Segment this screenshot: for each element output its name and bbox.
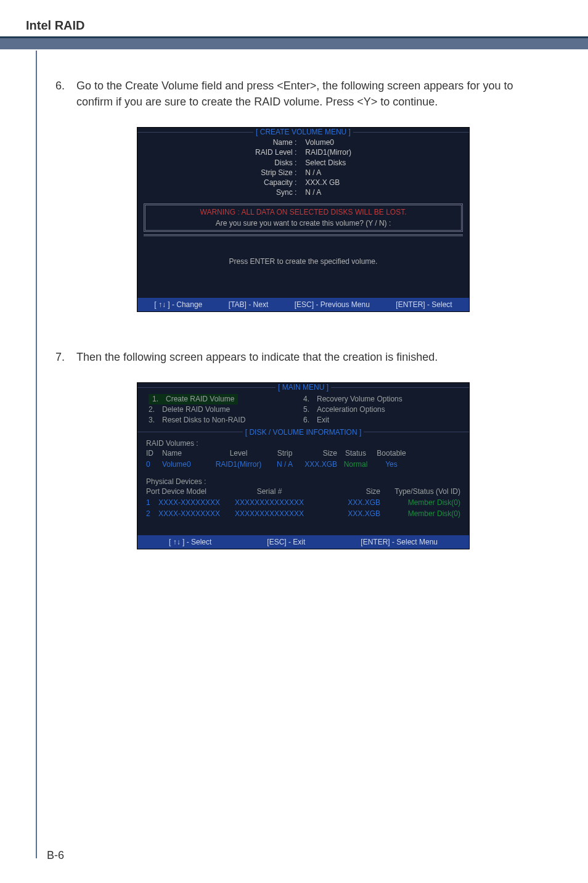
label-sync: Sync :	[255, 187, 296, 197]
phdr-size: Size	[337, 486, 380, 497]
menu-item-4-num: 4.	[303, 394, 317, 405]
phys-row-1: 1 XXXX-XXXXXXXX XXXXXXXXXXXXXX XXX.XGB M…	[146, 497, 460, 508]
hdr-boot: Bootable	[374, 448, 409, 459]
hdr-strip: Strip	[271, 448, 299, 459]
p2-type: Member Disk(0)	[380, 508, 460, 519]
bios2-menu: 1. Create RAID Volume 2. Delete RAID Vol…	[137, 392, 469, 427]
bios2-disk-title: [ DISK / VOLUME INFORMATION ]	[243, 428, 364, 437]
vol0-status: Normal	[337, 459, 374, 470]
value-sync: N / A	[305, 187, 351, 197]
menu-item-6: 6. Exit	[303, 415, 458, 425]
value-name: Volume0	[305, 138, 351, 147]
physical-devices-section: Physical Devices : Port Device Model Ser…	[137, 475, 469, 535]
phdr-serial: Serial #	[226, 486, 312, 497]
label-disks: Disks :	[255, 158, 296, 168]
vol0-level: RAID1(Mirror)	[206, 459, 271, 470]
hdr-level: Level	[206, 448, 271, 459]
p2-n: 2	[146, 509, 150, 518]
menu-item-5-num: 5.	[303, 405, 317, 415]
phys-headers: Port Device Model Serial # Size Type/Sta…	[146, 486, 460, 497]
bios1-values: Volume0 RAID1(Mirror) Select Disks N / A…	[305, 138, 351, 197]
bios1-warning-frame: WARNING : ALL DATA ON SELECTED DISKS WIL…	[144, 203, 463, 232]
vol-row-0: 0 Volume0 RAID1(Mirror) N / A XXX.XGB No…	[146, 459, 460, 470]
vol0-strip: N / A	[271, 459, 299, 470]
bios2-footer-esc: [ESC] - Exit	[267, 538, 305, 546]
vol0-boot: Yes	[374, 459, 409, 470]
bios2-disk-title-row: [ DISK / VOLUME INFORMATION ]	[137, 428, 469, 437]
vol-headers: ID Name Level Strip Size Status Bootable	[146, 448, 460, 459]
vol0-id: 0	[146, 459, 162, 470]
menu-item-1-num: 1.	[152, 394, 166, 405]
bios2-footer: [ ↑↓ ] - Select [ESC] - Exit [ENTER] - S…	[137, 535, 469, 549]
step-6-text: Go to the Create Volume field and press …	[76, 78, 551, 110]
menu-item-6-label: Exit	[317, 415, 329, 425]
hdr-name: Name	[162, 448, 206, 459]
value-raid-level: RAID1(Mirror)	[305, 147, 351, 157]
menu-item-3: 3. Reset Disks to Non-RAID	[149, 415, 303, 425]
bios-main-menu: [ MAIN MENU ] 1. Create RAID Volume 2. D…	[137, 382, 470, 549]
bios1-title-row: [ CREATE VOLUME MENU ]	[137, 128, 469, 136]
vol0-size: XXX.XGB	[299, 459, 337, 470]
label-raid-level: RAID Level :	[255, 147, 296, 157]
page-number: B-6	[47, 849, 64, 862]
menu-item-5-label: Acceleration Options	[317, 405, 385, 415]
bios2-title-row: [ MAIN MENU ]	[137, 383, 469, 392]
menu-item-2: 2. Delete RAID Volume	[149, 405, 303, 415]
menu-item-4: 4. Recovery Volume Options	[303, 394, 458, 405]
bios2-menu-right: 4. Recovery Volume Options 5. Accelerati…	[303, 394, 458, 425]
step-6-num: 6.	[55, 78, 76, 110]
hdr-status: Status	[337, 448, 374, 459]
label-strip: Strip Size :	[255, 168, 296, 178]
phdr-port: Port Device Model	[146, 486, 226, 497]
bios1-title: [ CREATE VOLUME MENU ]	[253, 128, 353, 136]
value-strip: N / A	[305, 168, 351, 178]
value-disks: Select Disks	[305, 158, 351, 168]
p1-n: 1	[146, 498, 150, 507]
p2-size: XXX.XGB	[337, 508, 380, 519]
bios1-warning: WARNING : ALL DATA ON SELECTED DISKS WIL…	[150, 208, 456, 216]
raid-volumes-label: RAID Volumes :	[146, 439, 460, 448]
phys-row-2: 2 XXXX-XXXXXXXX XXXXXXXXXXXXXX XXX.XGB M…	[146, 508, 460, 519]
p1-size: XXX.XGB	[337, 497, 380, 508]
bios1-confirm: Are you sure you want to create this vol…	[150, 219, 456, 228]
header-band	[0, 38, 588, 49]
bios1-footer-change: [ ↑↓ ] - Change	[154, 300, 202, 309]
bios-create-volume: [ CREATE VOLUME MENU ] Name : RAID Level…	[137, 127, 470, 312]
bios2-footer-enter: [ENTER] - Select Menu	[361, 538, 438, 546]
bios1-fields: Name : RAID Level : Disks : Strip Size :…	[137, 136, 469, 201]
bios2-footer-select: [ ↑↓ ] - Select	[169, 538, 211, 546]
bios1-footer: [ ↑↓ ] - Change [TAB] - Next [ESC] - Pre…	[137, 298, 469, 311]
label-name: Name :	[255, 138, 296, 147]
menu-item-3-num: 3.	[149, 415, 162, 425]
step-7: 7. Then the following screen appears to …	[55, 349, 551, 365]
label-capacity: Capacity :	[255, 178, 296, 187]
phdr-gap	[312, 486, 337, 497]
bios1-footer-tab: [TAB] - Next	[229, 300, 268, 309]
p2-model: XXXX-XXXXXXXX	[158, 509, 220, 518]
step-7-num: 7.	[55, 349, 76, 365]
bios2-menu-left: 1. Create RAID Volume 2. Delete RAID Vol…	[149, 394, 303, 425]
header-title: Intel RAID	[26, 18, 588, 33]
phys-label: Physical Devices :	[146, 477, 460, 486]
bios1-footer-enter: [ENTER] - Select	[396, 300, 452, 309]
p1-serial: XXXXXXXXXXXXXX	[226, 497, 312, 508]
hdr-size: Size	[299, 448, 337, 459]
left-rule	[36, 51, 37, 858]
content-area: 6. Go to the Create Volume field and pre…	[55, 49, 551, 549]
bios1-labels: Name : RAID Level : Disks : Strip Size :…	[255, 138, 305, 197]
menu-item-4-label: Recovery Volume Options	[317, 394, 402, 405]
menu-item-3-label: Reset Disks to Non-RAID	[162, 415, 245, 425]
menu-item-2-label: Delete RAID Volume	[162, 405, 230, 415]
vol0-name: Volume0	[162, 459, 206, 470]
p1-type: Member Disk(0)	[380, 497, 460, 508]
menu-item-1-label: Create RAID Volume	[166, 394, 234, 405]
value-capacity: XXX.X GB	[305, 178, 351, 187]
p2-gap	[312, 508, 337, 519]
p1-gap	[312, 497, 337, 508]
menu-item-5: 5. Acceleration Options	[303, 405, 458, 415]
menu-item-6-num: 6.	[303, 415, 317, 425]
menu-item-2-num: 2.	[149, 405, 162, 415]
p2-serial: XXXXXXXXXXXXXX	[226, 508, 312, 519]
hdr-id: ID	[146, 448, 162, 459]
menu-item-1: 1. Create RAID Volume	[149, 394, 303, 405]
